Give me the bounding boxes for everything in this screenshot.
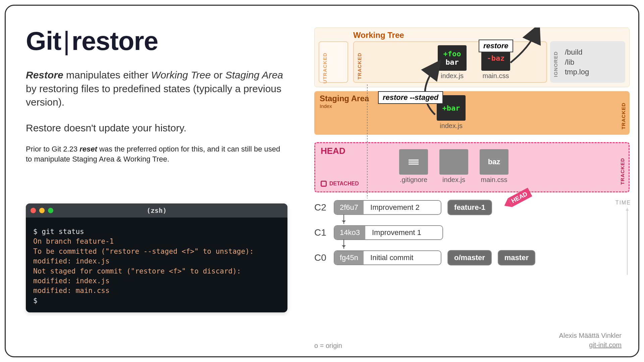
- p1-bold: Restore: [26, 69, 63, 80]
- note-paragraph: Restore doesn't update your history.: [26, 121, 287, 135]
- staging-title: Staging Area: [320, 94, 369, 103]
- commit-arrow-icon: [343, 239, 344, 249]
- commit-row: C2 2f6u7 Improvement 2 feature-1: [314, 200, 630, 215]
- file-index-wt: +foobar index.js: [438, 45, 467, 80]
- close-dot-icon: [31, 208, 36, 213]
- file-index-head: index.js: [439, 149, 468, 184]
- terminal-line: modified: index.js: [33, 256, 280, 266]
- staging-tracked-label: TRACKED: [621, 103, 626, 129]
- page-title: Git|restore: [26, 26, 287, 56]
- intro-paragraph: Restore manipulates either Working Tree …: [26, 68, 287, 109]
- commit-pill: fg45n Initial commit: [334, 250, 441, 265]
- tracked-box: TRACKED +foobar index.js -baz main.css: [353, 41, 547, 83]
- working-tree-zone: Working Tree UTRACKED TRACKED +foobar in…: [314, 27, 630, 87]
- terminal-titlebar: (zsh): [26, 203, 287, 218]
- staging-subtitle: Index: [320, 103, 332, 109]
- ignored-list: /build/libtmp.log: [565, 47, 589, 77]
- hamburger-icon: [399, 149, 428, 175]
- restore-label: restore: [479, 40, 513, 52]
- commit-row: C1 14ko3 Improvement 1: [314, 225, 630, 240]
- diagram-area: Working Tree UTRACKED TRACKED +foobar in…: [314, 27, 630, 276]
- working-tree-title: Working Tree: [353, 31, 404, 40]
- head-tracked-label: TRACKED: [620, 158, 625, 185]
- ignored-label: IGNORED: [553, 51, 558, 77]
- checkbox-icon: [321, 181, 327, 187]
- terminal-body: $ git statusOn branch feature-1To be com…: [26, 218, 287, 312]
- untracked-box: UTRACKED: [319, 41, 348, 83]
- terminal-line: modified: main.css: [33, 286, 280, 296]
- commit-arrow-icon: [343, 215, 344, 224]
- ignored-box: IGNORED /build/libtmp.log: [550, 41, 625, 83]
- detached-indicator: DETACHED: [321, 181, 359, 187]
- staging-area-zone: Staging Area Index TRACKED +bar index.js: [314, 91, 630, 135]
- credit: Alexis Määttä Vinkler git-init.com: [559, 331, 622, 350]
- terminal-line: $ git status: [33, 227, 280, 237]
- terminal-window: (zsh) $ git statusOn branch feature-1To …: [26, 203, 287, 312]
- file-main-head: baz main.css: [480, 149, 508, 184]
- terminal-line: Not staged for commit ("restore <f>" to …: [33, 266, 280, 276]
- tracked-label: TRACKED: [357, 53, 362, 79]
- left-column: Git|restore Restore manipulates either W…: [26, 26, 287, 164]
- branch-tag: feature-1: [447, 200, 492, 215]
- terminal-line: modified: index.js: [33, 276, 280, 286]
- terminal-title: (zsh): [147, 206, 167, 215]
- file-gitignore: .gitignore: [399, 149, 428, 184]
- minimize-dot-icon: [39, 208, 45, 213]
- untracked-label: UTRACKED: [322, 53, 328, 83]
- commit-graph: TIME C2 2f6u7 Improvement 2 feature-1C1 …: [314, 200, 630, 265]
- title-app: Git: [26, 26, 61, 56]
- head-zone: HEAD TRACKED DETACHED .gitignore index.j…: [314, 142, 630, 192]
- commit-pill: 14ko3 Improvement 1: [334, 225, 443, 240]
- branch-tag: o/master: [447, 250, 492, 265]
- commit-row: C0 fg45n Initial commit o/mastermaster: [314, 250, 630, 265]
- slide-frame: Git|restore Restore manipulates either W…: [5, 5, 639, 357]
- title-pipe: |: [63, 26, 69, 56]
- terminal-line: On branch feature-1: [33, 237, 280, 246]
- branch-tag: master: [498, 250, 535, 265]
- maximize-dot-icon: [48, 208, 53, 213]
- origin-legend: o = origin: [314, 342, 342, 350]
- restore-staged-label: restore --staged: [378, 91, 443, 104]
- sub-paragraph: Prior to Git 2.23 reset was the preferre…: [26, 144, 287, 164]
- terminal-line: To be committed ("restore --staged <f>" …: [33, 247, 280, 256]
- head-title: HEAD: [321, 146, 345, 156]
- terminal-line: $: [33, 296, 280, 306]
- commit-pill: 2f6u7 Improvement 2: [334, 200, 441, 215]
- title-cmd: restore: [72, 26, 158, 56]
